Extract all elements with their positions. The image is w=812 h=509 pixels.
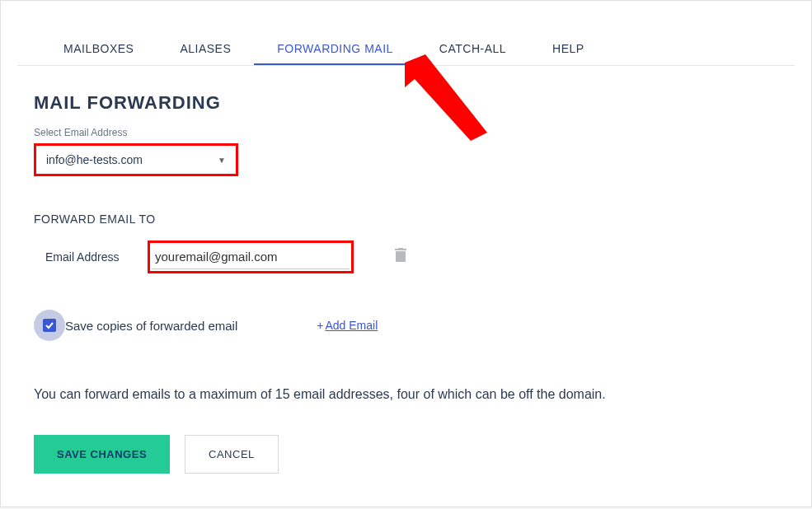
annotation-highlight-select: info@he-tests.com ▼ xyxy=(34,143,238,176)
forward-email-row: Email Address xyxy=(34,240,778,273)
tab-bar: MAILBOXES ALIASES FORWARDING MAIL CATCH-… xyxy=(17,34,795,66)
save-changes-button[interactable]: SAVE CHANGES xyxy=(34,435,170,474)
svg-rect-1 xyxy=(396,251,406,262)
check-icon xyxy=(45,320,54,330)
annotation-highlight-input xyxy=(148,240,354,273)
svg-rect-3 xyxy=(398,248,403,250)
action-buttons: SAVE CHANGES CANCEL xyxy=(34,435,778,474)
forward-email-input[interactable] xyxy=(152,245,350,269)
add-email-link[interactable]: +Add Email xyxy=(317,319,378,332)
tab-catch-all[interactable]: CATCH-ALL xyxy=(416,34,529,65)
email-address-label: Email Address xyxy=(34,250,133,264)
tab-mailboxes[interactable]: MAILBOXES xyxy=(40,34,157,65)
tab-aliases[interactable]: ALIASES xyxy=(157,34,254,65)
save-copies-checkbox[interactable] xyxy=(34,310,65,341)
help-text: You can forward emails to a maximum of 1… xyxy=(34,387,778,402)
main-content: MAIL FORWARDING Select Email Address inf… xyxy=(17,66,795,490)
checkbox xyxy=(43,319,56,332)
selected-email-value: info@he-tests.com xyxy=(46,153,143,166)
add-email-label: Add Email xyxy=(325,319,378,332)
chevron-down-icon: ▼ xyxy=(218,156,226,165)
delete-email-button[interactable] xyxy=(395,248,406,266)
forward-email-to-label: FORWARD EMAIL TO xyxy=(34,212,778,226)
page-title: MAIL FORWARDING xyxy=(34,92,778,114)
plus-icon: + xyxy=(317,319,323,332)
settings-panel: MAILBOXES ALIASES FORWARDING MAIL CATCH-… xyxy=(0,0,812,507)
save-copies-label: Save copies of forwarded email xyxy=(65,319,237,333)
email-address-select[interactable]: info@he-tests.com ▼ xyxy=(38,147,234,172)
cancel-button[interactable]: CANCEL xyxy=(185,435,279,474)
trash-icon xyxy=(395,248,406,263)
select-email-label: Select Email Address xyxy=(34,127,778,138)
tab-forwarding-mail[interactable]: FORWARDING MAIL xyxy=(254,34,416,65)
save-copies-row: Save copies of forwarded email +Add Emai… xyxy=(34,310,778,341)
tab-help[interactable]: HELP xyxy=(529,34,608,65)
